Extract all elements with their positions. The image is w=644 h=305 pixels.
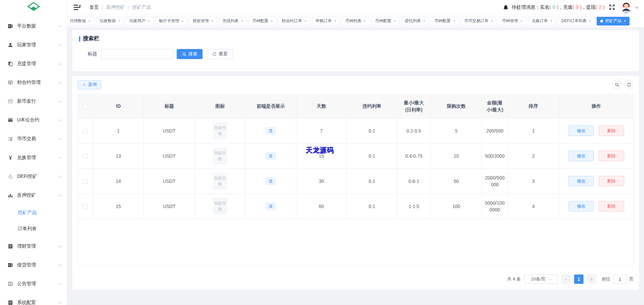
- edit-button[interactable]: 修改: [568, 125, 594, 136]
- table-search-icon-button[interactable]: [612, 80, 621, 89]
- sidebar-item[interactable]: 公告管理: [0, 274, 67, 293]
- sidebar-subitem-label: 订单列表: [18, 226, 37, 232]
- bell-icon[interactable]: [503, 4, 509, 10]
- delete-button[interactable]: 删除: [599, 151, 624, 161]
- cell-sort: 3: [508, 168, 559, 194]
- close-icon[interactable]: ×: [334, 19, 336, 23]
- add-button[interactable]: ＋ 新增: [78, 80, 101, 89]
- main-area: 首页/质押挖矿/挖矿产品 待处理消息：实名( 0 )，充值( 3 )，提现( 2…: [67, 0, 644, 305]
- tab-item[interactable]: 玩家数据 ×: [96, 17, 124, 26]
- edit-button[interactable]: 修改: [568, 201, 594, 211]
- tab-item[interactable]: 委托列表 ×: [401, 17, 429, 26]
- close-icon[interactable]: ×: [241, 19, 243, 23]
- tab-item[interactable]: 秒合约订单 ×: [278, 17, 310, 26]
- notice-item[interactable]: 提现( 2 ): [586, 4, 605, 10]
- tab-item[interactable]: 币种配置 ×: [431, 17, 459, 26]
- table-refresh-icon-button[interactable]: [624, 80, 634, 89]
- tab-item[interactable]: 挖矿产品 ×: [597, 17, 630, 26]
- delete-button[interactable]: 删除: [599, 201, 624, 211]
- delete-button[interactable]: 删除: [599, 176, 624, 186]
- sidebar-item[interactable]: 秒合约管理: [0, 73, 67, 92]
- tab-item[interactable]: 授权管理 ×: [189, 17, 217, 26]
- close-icon[interactable]: ×: [491, 19, 493, 23]
- close-icon[interactable]: ×: [304, 19, 306, 23]
- close-icon[interactable]: ×: [118, 19, 120, 23]
- tab-item[interactable]: 玩家用户 ×: [126, 17, 154, 26]
- row-checkbox[interactable]: [83, 179, 88, 184]
- breadcrumb-item[interactable]: 首页: [89, 4, 99, 10]
- close-icon[interactable]: ×: [364, 19, 366, 23]
- column-header: 图标: [195, 95, 245, 118]
- row-checkbox[interactable]: [83, 204, 88, 209]
- tab-item[interactable]: 充值列表 ×: [219, 17, 247, 26]
- content-area: 搜索栏 标题 搜索 重置: [67, 28, 644, 305]
- notice-item[interactable]: 充值( 3 ): [563, 4, 582, 10]
- sidebar-item[interactable]: 借贷管理: [0, 256, 67, 274]
- cell-purchase-limit: 100: [430, 194, 482, 219]
- row-checkbox[interactable]: [83, 129, 88, 134]
- breadcrumb-item[interactable]: 质押挖矿: [106, 4, 125, 10]
- tab-item[interactable]: 币种管理 ×: [498, 17, 526, 26]
- page-size-select[interactable]: 10条/页: [524, 274, 558, 284]
- sidebar-item[interactable]: 新币发行: [0, 92, 67, 111]
- close-icon[interactable]: ×: [550, 19, 552, 23]
- sidebar-item[interactable]: DEFI挖矿: [0, 167, 67, 186]
- next-page-button[interactable]: ›: [587, 274, 596, 284]
- select-all-checkbox[interactable]: [83, 104, 88, 109]
- tab-item[interactable]: 币币交易订单 ×: [461, 17, 497, 26]
- reset-button[interactable]: 重置: [207, 49, 233, 59]
- row-checkbox[interactable]: [83, 154, 88, 159]
- close-icon[interactable]: ×: [393, 19, 395, 23]
- sidebar-item[interactable]: 玩家管理: [0, 36, 67, 54]
- close-icon[interactable]: ×: [423, 19, 425, 23]
- notice-item[interactable]: 实名( 0 ): [540, 4, 558, 10]
- title-input[interactable]: [101, 49, 173, 59]
- sidebar-subitem[interactable]: 挖矿产品: [0, 205, 67, 221]
- tab-item[interactable]: 币种配置 ×: [249, 17, 276, 26]
- tab-label: 银行卡管理: [159, 18, 179, 24]
- notice-separator: ，: [558, 4, 563, 10]
- sidebar-item[interactable]: 平台数据: [0, 17, 67, 36]
- search-form: 标题 搜索 重置: [79, 49, 632, 59]
- tab-item[interactable]: DEFI订单列表 ×: [558, 17, 595, 26]
- sidebar-subitem[interactable]: 订单列表: [0, 221, 67, 237]
- tab-label: 币种配置: [375, 18, 391, 24]
- fullscreen-icon[interactable]: [609, 4, 615, 10]
- prev-page-button[interactable]: ‹: [561, 274, 571, 284]
- close-icon[interactable]: ×: [453, 19, 455, 23]
- search-button[interactable]: 搜索: [177, 49, 203, 59]
- tab-item[interactable]: 申购订单 ×: [312, 17, 340, 26]
- tab-item[interactable]: 兑换订单 ×: [528, 17, 556, 26]
- delete-button[interactable]: 删除: [599, 125, 624, 136]
- tab-item[interactable]: 币种配置 ×: [371, 17, 399, 26]
- close-icon[interactable]: ×: [520, 19, 522, 23]
- breadcrumb-item[interactable]: 挖矿产品: [132, 4, 151, 10]
- edit-button[interactable]: 修改: [568, 176, 594, 186]
- sidebar-item[interactable]: 币币交易: [0, 130, 67, 148]
- sidebar-item[interactable]: 充提管理: [0, 54, 67, 73]
- tab-list: 代理数据 × 玩家数据 × 玩家用户 × 银行卡管理 × 授权管理 × 充值列表…: [67, 17, 630, 26]
- sidebar-item[interactable]: 兑换管理: [0, 148, 67, 167]
- tab-item[interactable]: 币种列表 ×: [342, 17, 370, 26]
- close-icon[interactable]: ×: [624, 19, 626, 23]
- jump-page-input[interactable]: [613, 274, 627, 284]
- close-icon[interactable]: ×: [181, 19, 183, 23]
- edit-button[interactable]: 修改: [568, 151, 594, 161]
- close-icon[interactable]: ×: [88, 19, 90, 23]
- avatar[interactable]: [620, 1, 633, 14]
- sidebar-item[interactable]: 质押挖矿: [0, 186, 67, 205]
- cell-show: 是: [245, 168, 296, 194]
- sidebar-item[interactable]: 理财管理: [0, 237, 67, 256]
- close-icon[interactable]: ×: [589, 19, 591, 23]
- close-icon[interactable]: ×: [271, 19, 273, 23]
- menu-fold-icon[interactable]: [73, 4, 81, 11]
- close-icon[interactable]: ×: [211, 19, 213, 23]
- chevron-down-icon[interactable]: [635, 5, 639, 9]
- current-page-button[interactable]: 1: [574, 274, 584, 284]
- sidebar-item[interactable]: U本位合约: [0, 111, 67, 130]
- tab-item[interactable]: 银行卡管理 ×: [155, 17, 187, 26]
- close-icon[interactable]: ×: [148, 19, 150, 23]
- tab-item[interactable]: 代理数据 ×: [67, 17, 94, 26]
- active-dot-icon: [600, 20, 603, 22]
- sidebar-item[interactable]: 系统配置: [0, 293, 67, 305]
